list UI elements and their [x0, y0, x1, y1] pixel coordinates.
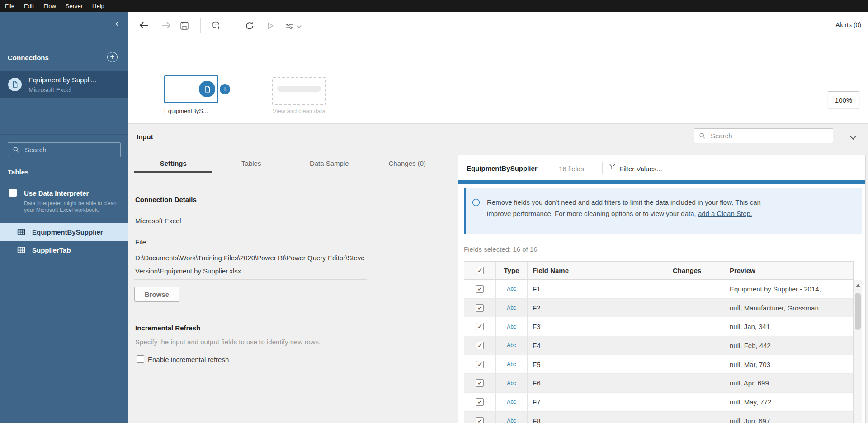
field-preview-cell: null, Feb, 442	[730, 342, 771, 349]
field-row-checkbox[interactable]	[476, 342, 484, 349]
field-row-checkbox[interactable]	[476, 323, 484, 330]
pane-search-input[interactable]	[711, 132, 815, 140]
field-preview-cell: null, Manufacturer, Grossman ...	[730, 304, 826, 312]
field-row[interactable]: Abc F2 null, Manufacturer, Grossman ...	[464, 299, 853, 318]
field-row[interactable]: Abc F1 Equipment by Supplier - 2014, ...	[464, 280, 853, 299]
data-source-button[interactable]	[211, 20, 222, 31]
field-row[interactable]: Abc F8 null, Jun, 697	[464, 412, 853, 423]
field-name-cell[interactable]: F8	[533, 417, 541, 423]
run-flow-button[interactable]	[264, 20, 275, 31]
field-name-cell[interactable]: F6	[533, 379, 541, 387]
field-preview-cell: null, Mar, 703	[730, 361, 770, 368]
type-column-header: Type	[504, 267, 519, 274]
pane-title: Input	[137, 133, 153, 141]
suggested-clean-step[interactable]	[272, 77, 326, 105]
fields-table-header: Type Field Name Changes Preview	[464, 262, 853, 280]
field-name-cell[interactable]: F2	[533, 304, 541, 312]
data-interpreter-checkbox[interactable]	[9, 189, 17, 197]
pane-tab[interactable]: Settings	[134, 155, 212, 172]
field-type-abc[interactable]: Abc	[507, 399, 516, 405]
field-type-abc[interactable]: Abc	[507, 305, 516, 311]
select-all-checkbox[interactable]	[476, 267, 484, 274]
info-icon	[472, 198, 480, 207]
input-node-file-icon	[199, 81, 215, 97]
field-type-abc[interactable]: Abc	[507, 418, 516, 423]
field-type-abc[interactable]: Abc	[507, 361, 516, 367]
menu-item[interactable]: File	[5, 3, 14, 9]
scrollbar-thumb[interactable]	[855, 293, 861, 330]
field-name-cell[interactable]: F4	[533, 342, 541, 349]
save-button[interactable]	[179, 20, 190, 31]
sidebar-table-item[interactable]: EquipmentBySupplier	[0, 223, 128, 241]
field-row-checkbox[interactable]	[476, 304, 484, 312]
sidebar-table-item[interactable]: SupplierTab	[0, 241, 128, 259]
field-name-cell[interactable]: F7	[533, 398, 541, 406]
table-grid-icon	[17, 228, 25, 235]
field-panel: EquipmentBySupplier 16 fields Filter Val…	[458, 155, 866, 423]
menu-item[interactable]: Help	[92, 3, 104, 9]
field-row[interactable]: Abc F7 null, May, 772	[464, 393, 853, 412]
field-name-cell[interactable]: F3	[533, 323, 541, 330]
incremental-refresh-heading: Incremental Refresh	[135, 324, 200, 332]
pane-tab[interactable]: Data Sample	[290, 155, 368, 172]
scrollbar-up-arrow-icon[interactable]	[856, 284, 860, 287]
field-row-checkbox[interactable]	[476, 398, 484, 406]
flow-canvas[interactable]: + EquipmentByS... View and clean data 10…	[128, 38, 868, 123]
settings-divider	[134, 279, 367, 280]
fields-table-body: Abc F1 Equipment by Supplier - 2014, ...…	[464, 280, 853, 423]
field-type-abc[interactable]: Abc	[507, 324, 516, 330]
field-row[interactable]: Abc F5 null, Mar, 703	[464, 355, 853, 374]
field-name-column-header: Field Name	[533, 267, 569, 274]
forward-button[interactable]	[161, 20, 172, 31]
add-clean-step-link[interactable]: add a Clean Step.	[698, 210, 752, 217]
chevron-down-icon[interactable]	[297, 24, 302, 28]
changes-column-header: Changes	[673, 267, 701, 274]
menu-item[interactable]: Server	[66, 3, 83, 9]
refresh-icon	[245, 21, 255, 31]
input-pane: Input SettingsTablesData SampleChanges (…	[128, 123, 868, 423]
zoom-level-button[interactable]: 100%	[828, 91, 859, 108]
menu-item[interactable]: Flow	[43, 3, 56, 9]
field-row[interactable]: Abc F4 null, Feb, 442	[464, 336, 853, 355]
fields-selected-count: Fields selected: 16 of 16	[464, 245, 538, 253]
header-separator	[602, 162, 603, 174]
connection-details-heading: Connection Details	[135, 196, 197, 203]
pane-tab[interactable]: Changes (0)	[368, 155, 447, 172]
enable-incremental-refresh-checkbox[interactable]	[137, 355, 144, 363]
field-name-cell[interactable]: F5	[533, 361, 541, 368]
field-row-checkbox[interactable]	[476, 285, 484, 293]
pane-tabs: SettingsTablesData SampleChanges (0)	[134, 155, 446, 172]
info-banner: Remove fields you don’t need and add fil…	[464, 188, 862, 234]
sidebar-search-input[interactable]	[25, 146, 106, 154]
add-step-button[interactable]: +	[220, 84, 230, 94]
field-count: 16 fields	[559, 165, 584, 173]
back-button[interactable]	[138, 20, 149, 31]
settings-options-button[interactable]	[284, 21, 295, 32]
browse-button[interactable]: Browse	[134, 287, 179, 302]
connections-title: Connections	[8, 54, 49, 61]
sidebar: ‹ Connections + Equipment by Suppli... M…	[0, 12, 128, 423]
field-row[interactable]: Abc F6 null, Apr, 699	[464, 374, 853, 393]
add-connection-button[interactable]: +	[107, 52, 118, 62]
pane-tab[interactable]: Tables	[212, 155, 291, 172]
field-type-abc[interactable]: Abc	[507, 342, 516, 348]
input-node-label: EquipmentByS...	[164, 108, 208, 114]
refresh-button[interactable]	[244, 20, 255, 31]
field-name-cell[interactable]: F1	[533, 285, 541, 293]
table-scrollbar[interactable]	[854, 280, 862, 423]
field-type-abc[interactable]: Abc	[507, 286, 516, 292]
connection-item[interactable]: Equipment by Suppli... Microsoft Excel	[0, 71, 128, 98]
excel-file-icon	[8, 78, 22, 91]
collapse-sidebar-icon[interactable]: ‹	[115, 19, 118, 28]
field-row-checkbox[interactable]	[476, 379, 484, 387]
field-preview-cell: null, Apr, 699	[730, 379, 769, 387]
alerts-button[interactable]: Alerts (0)	[835, 21, 861, 28]
menu-item[interactable]: Edit	[24, 3, 34, 9]
field-row-checkbox[interactable]	[476, 417, 484, 423]
field-row[interactable]: Abc F3 null, Jan, 341	[464, 317, 853, 336]
field-row-checkbox[interactable]	[476, 361, 484, 368]
field-type-abc[interactable]: Abc	[507, 380, 516, 386]
filter-values-button[interactable]: Filter Values...	[619, 165, 662, 173]
collapse-pane-chevron-icon[interactable]	[850, 133, 856, 140]
file-path: D:\Documents\Work\Training Files\2020\Po…	[135, 251, 368, 277]
